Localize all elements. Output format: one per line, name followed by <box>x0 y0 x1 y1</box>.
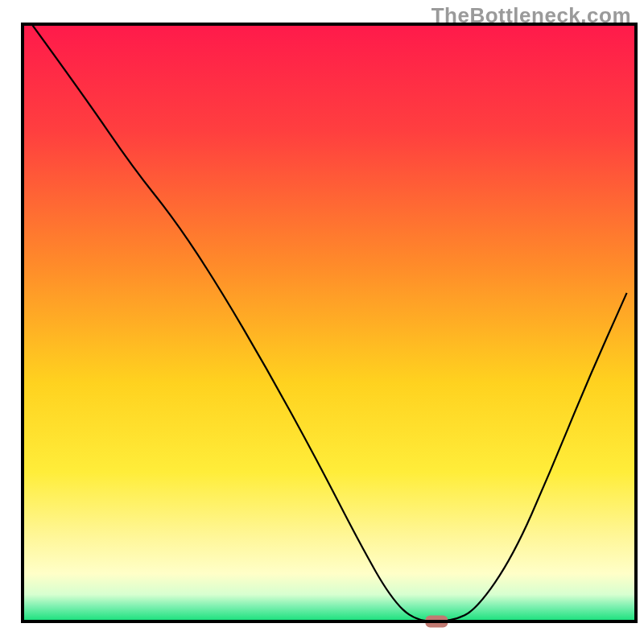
chart-svg <box>0 0 644 644</box>
bottleneck-chart: TheBottleneck.com <box>0 0 644 644</box>
gradient-background <box>23 24 636 621</box>
watermark-text: TheBottleneck.com <box>431 3 631 28</box>
plot-area <box>23 24 636 628</box>
